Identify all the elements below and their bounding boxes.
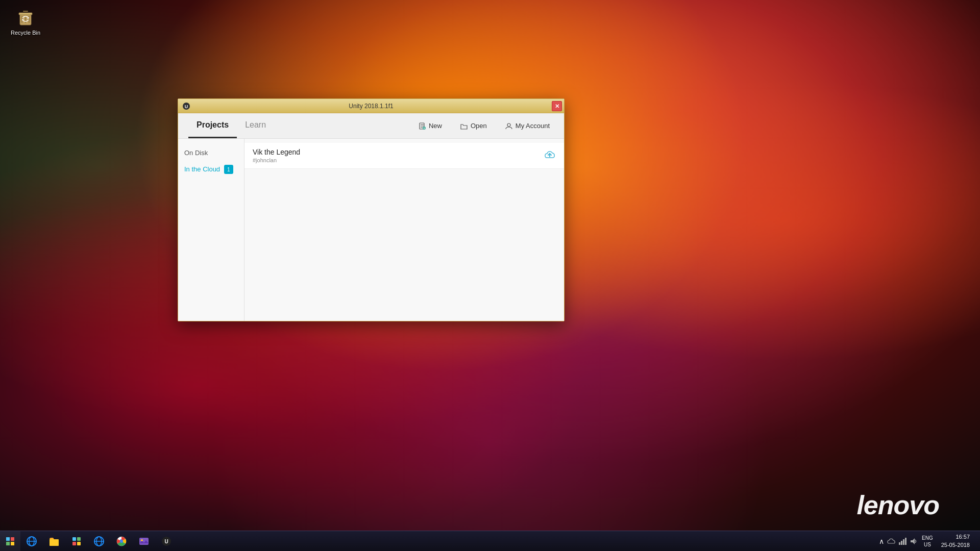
- ie-icon: [26, 536, 37, 547]
- project-author: #johnclan: [253, 157, 544, 163]
- svg-point-14: [507, 123, 510, 127]
- open-icon: [460, 122, 468, 130]
- svg-text:U: U: [185, 104, 188, 109]
- tray-icons: ∧: [879, 537, 918, 545]
- window-title: Unity 2018.1.1f1: [178, 103, 564, 110]
- svg-text:+: +: [423, 127, 425, 130]
- taskbar-ie[interactable]: [20, 531, 43, 552]
- recycle-bin-label: Recycle Bin: [11, 30, 40, 36]
- my-account-button-label: My Account: [516, 122, 550, 130]
- unity-window: U Unity 2018.1.1f1 ✕ Projects Learn: [178, 98, 565, 321]
- taskbar-tray: ∧ ENG US 16:57: [873, 531, 980, 551]
- taskbar-unity[interactable]: U: [155, 531, 178, 552]
- filter-on-disk-label: On Disk: [184, 149, 208, 157]
- taskbar: U ∧: [0, 531, 980, 551]
- svg-text:U: U: [164, 539, 168, 544]
- unity-titlebar: U Unity 2018.1.1f1 ✕: [178, 99, 564, 113]
- unity-app-icon: U: [182, 102, 190, 110]
- gallery-icon: [138, 536, 150, 547]
- svg-rect-35: [903, 539, 904, 545]
- unity-body: On Disk In the Cloud 1 Vik the Legend #j…: [178, 139, 564, 321]
- close-button[interactable]: ✕: [552, 101, 562, 111]
- chrome-icon: [116, 536, 127, 547]
- clock-date: 25-05-2018: [941, 541, 970, 549]
- new-button[interactable]: + New: [414, 120, 446, 132]
- svg-rect-18: [50, 539, 59, 546]
- recycle-bin-icon[interactable]: Recycle Bin: [5, 5, 46, 38]
- my-account-button[interactable]: My Account: [501, 120, 554, 132]
- svg-point-28: [120, 540, 123, 543]
- taskbar-gallery[interactable]: [133, 531, 155, 552]
- svg-marker-37: [911, 538, 915, 544]
- svg-rect-36: [905, 538, 906, 545]
- unity-content: Projects Learn + New: [178, 113, 564, 321]
- svg-rect-20: [77, 537, 81, 541]
- svg-rect-21: [72, 542, 76, 545]
- toolbar-actions: + New Open: [414, 120, 554, 132]
- cloud-badge: 1: [224, 165, 233, 174]
- unity-projects-list: Vik the Legend #johnclan: [244, 139, 564, 321]
- language-indicator[interactable]: ENG US: [922, 535, 933, 548]
- open-button[interactable]: Open: [456, 120, 491, 132]
- project-item[interactable]: Vik the Legend #johnclan: [244, 143, 564, 169]
- new-button-label: New: [429, 122, 442, 130]
- lenovo-brand: lenovo: [856, 490, 939, 520]
- account-icon: [505, 122, 512, 130]
- unity-taskbar-icon: U: [161, 536, 172, 547]
- filter-in-cloud[interactable]: In the Cloud 1: [184, 163, 238, 176]
- project-info: Vik the Legend #johnclan: [253, 148, 544, 163]
- svg-rect-29: [139, 538, 149, 545]
- taskbar-explorer[interactable]: [43, 531, 65, 552]
- taskbar-chrome[interactable]: [110, 531, 133, 552]
- svg-rect-22: [77, 542, 81, 545]
- clock-time: 16:57: [941, 533, 970, 541]
- svg-rect-1: [19, 13, 32, 15]
- region-label: US: [922, 541, 933, 548]
- taskbar-apps: U: [20, 531, 873, 551]
- new-icon: +: [419, 122, 426, 130]
- svg-rect-33: [899, 542, 900, 545]
- filter-on-disk[interactable]: On Disk: [184, 147, 238, 159]
- desktop: Recycle Bin lenovo U Unity 2018.1.1f1 ✕ …: [0, 0, 980, 551]
- filter-in-cloud-label: In the Cloud: [184, 165, 220, 173]
- unity-sidebar: On Disk In the Cloud 1: [178, 139, 244, 321]
- start-button[interactable]: [0, 531, 20, 552]
- taskbar-clock[interactable]: 16:57 25-05-2018: [937, 533, 974, 549]
- taskbar-store[interactable]: [65, 531, 88, 552]
- svg-rect-34: [901, 541, 902, 545]
- tab-projects[interactable]: Projects: [188, 113, 237, 138]
- tray-expand-icon[interactable]: ∧: [879, 537, 884, 545]
- project-name: Vik the Legend: [253, 148, 544, 156]
- tray-network-icon[interactable]: [898, 537, 906, 545]
- language-label: ENG: [922, 535, 933, 541]
- open-button-label: Open: [471, 122, 487, 130]
- cloud-upload-icon[interactable]: [544, 148, 556, 163]
- explorer-icon: [48, 536, 60, 547]
- windows-icon: [6, 537, 14, 545]
- recycle-bin-image: [15, 7, 36, 28]
- taskbar-ie2[interactable]: [88, 531, 110, 552]
- tray-volume-icon[interactable]: [910, 537, 918, 545]
- ie2-icon: [93, 536, 105, 547]
- unity-toolbar: Projects Learn + New: [178, 113, 564, 139]
- svg-rect-19: [72, 537, 76, 541]
- tray-cloud-icon[interactable]: [887, 537, 895, 545]
- unity-tabs: Projects Learn: [188, 113, 274, 138]
- store-icon: [71, 536, 82, 547]
- tab-learn[interactable]: Learn: [237, 113, 274, 138]
